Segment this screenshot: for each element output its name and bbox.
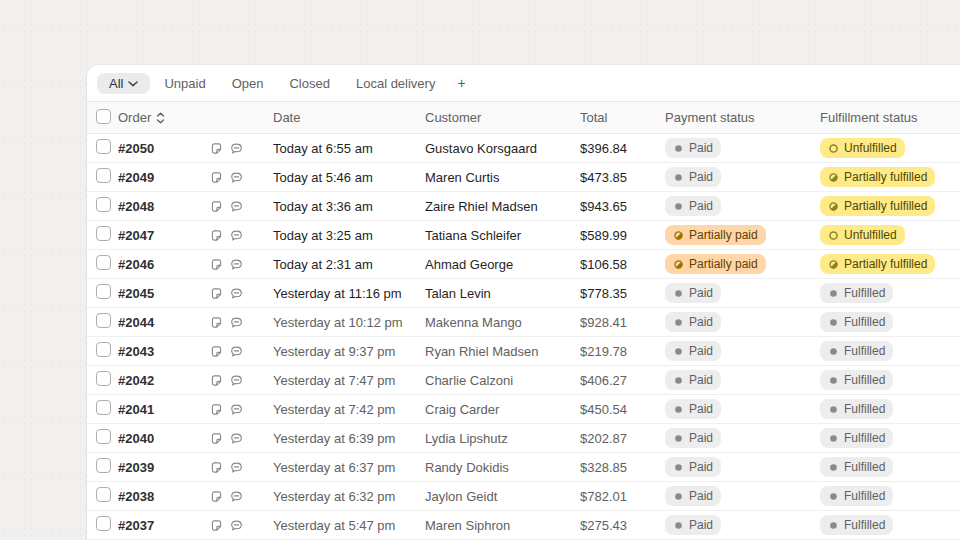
order-total: $396.84: [580, 141, 665, 156]
row-checkbox[interactable]: [96, 429, 111, 444]
tab-local-delivery[interactable]: Local delivery: [344, 73, 448, 94]
table-row[interactable]: #2047Today at 3:25 amTatiana Schleifer$5…: [87, 221, 960, 250]
orders-table-body: #2050Today at 6:55 amGustavo Korsgaard$3…: [87, 134, 960, 540]
order-date: Today at 5:46 am: [273, 170, 425, 185]
table-row[interactable]: #2050Today at 6:55 amGustavo Korsgaard$3…: [87, 134, 960, 163]
table-row[interactable]: #2048Today at 3:36 amZaire Rhiel Madsen$…: [87, 192, 960, 221]
payment-status-label: Partially paid: [689, 229, 758, 241]
order-total: $219.78: [580, 344, 665, 359]
comment-icon: [230, 171, 243, 184]
row-checkbox[interactable]: [96, 487, 111, 502]
table-row[interactable]: #2043Yesterday at 9:37 pmRyan Rhiel Mads…: [87, 337, 960, 366]
row-checkbox[interactable]: [96, 139, 111, 154]
status-filled-circle-icon: [673, 491, 684, 502]
order-total: $202.87: [580, 431, 665, 446]
fulfillment-status-badge: Fulfilled: [820, 283, 893, 303]
customer-name: Jaylon Geidt: [425, 489, 580, 504]
fulfillment-status-badge: Fulfilled: [820, 515, 893, 535]
customer-name: Ryan Rhiel Madsen: [425, 344, 580, 359]
comment-icon: [230, 403, 243, 416]
tab-open[interactable]: Open: [220, 73, 276, 94]
comment-icon: [230, 374, 243, 387]
row-checkbox[interactable]: [96, 255, 111, 270]
table-row[interactable]: #2039Yesterday at 6:37 pmRandy Dokidis$3…: [87, 453, 960, 482]
table-row[interactable]: #2049Today at 5:46 amMaren Curtis$473.85…: [87, 163, 960, 192]
fulfillment-status-label: Fulfilled: [844, 461, 885, 473]
row-checkbox[interactable]: [96, 400, 111, 415]
table-row[interactable]: #2037Yesterday at 5:47 pmMaren Siphron$2…: [87, 511, 960, 540]
order-number: #2049: [118, 170, 210, 185]
status-filled-circle-icon: [673, 172, 684, 183]
payment-status-label: Paid: [689, 490, 713, 502]
order-number: #2046: [118, 257, 210, 272]
table-row[interactable]: #2038Yesterday at 6:32 pmJaylon Geidt$78…: [87, 482, 960, 511]
payment-status-badge: Partially paid: [665, 225, 766, 245]
row-checkbox[interactable]: [96, 168, 111, 183]
note-icon: [210, 374, 223, 387]
payment-status-label: Paid: [689, 287, 713, 299]
table-row[interactable]: #2044Yesterday at 10:12 pmMakenna Mango$…: [87, 308, 960, 337]
payment-status-badge: Paid: [665, 457, 721, 477]
comment-icon: [230, 229, 243, 242]
comment-icon: [230, 490, 243, 503]
note-icon: [210, 519, 223, 532]
order-number: #2048: [118, 199, 210, 214]
order-number: #2039: [118, 460, 210, 475]
fulfillment-status-badge: Fulfilled: [820, 341, 893, 361]
fulfillment-status-badge: Unfulfilled: [820, 138, 905, 158]
payment-status-label: Paid: [689, 200, 713, 212]
order-date: Today at 2:31 am: [273, 257, 425, 272]
row-checkbox[interactable]: [96, 342, 111, 357]
tab-unpaid[interactable]: Unpaid: [152, 73, 217, 94]
status-filled-circle-icon: [673, 346, 684, 357]
comment-icon: [230, 461, 243, 474]
tab-closed[interactable]: Closed: [277, 73, 341, 94]
status-open-circle-icon: [828, 143, 839, 154]
order-number: #2041: [118, 402, 210, 417]
table-row[interactable]: #2042Yesterday at 7:47 pmCharlie Calzoni…: [87, 366, 960, 395]
payment-status-badge: Paid: [665, 515, 721, 535]
customer-name: Makenna Mango: [425, 315, 580, 330]
table-row[interactable]: #2041Yesterday at 7:42 pmCraig Carder$45…: [87, 395, 960, 424]
payment-status-badge: Paid: [665, 312, 721, 332]
fulfillment-status-label: Fulfilled: [844, 519, 885, 531]
row-checkbox[interactable]: [96, 226, 111, 241]
table-header: Order Date Customer Total Payment status…: [87, 102, 960, 134]
column-header-order[interactable]: Order: [118, 110, 151, 125]
table-row[interactable]: #2045Yesterday at 11:16 pmTalan Levin$77…: [87, 279, 960, 308]
row-checkbox[interactable]: [96, 197, 111, 212]
status-filled-circle-icon: [673, 433, 684, 444]
row-checkbox[interactable]: [96, 284, 111, 299]
order-date: Today at 6:55 am: [273, 141, 425, 156]
column-header-payment-status: Payment status: [665, 110, 820, 125]
status-filled-circle-icon: [673, 288, 684, 299]
status-partial-circle-icon: [828, 172, 839, 183]
row-checkbox[interactable]: [96, 371, 111, 386]
table-row[interactable]: #2040Yesterday at 6:39 pmLydia Lipshutz$…: [87, 424, 960, 453]
status-partial-circle-icon: [673, 230, 684, 241]
payment-status-badge: Paid: [665, 138, 721, 158]
order-date: Yesterday at 6:32 pm: [273, 489, 425, 504]
row-checkbox[interactable]: [96, 313, 111, 328]
fulfillment-status-badge: Fulfilled: [820, 486, 893, 506]
customer-name: Maren Siphron: [425, 518, 580, 533]
fulfillment-status-label: Fulfilled: [844, 374, 885, 386]
payment-status-label: Partially paid: [689, 258, 758, 270]
customer-name: Lydia Lipshutz: [425, 431, 580, 446]
status-filled-circle-icon: [673, 462, 684, 473]
status-filled-circle-icon: [673, 520, 684, 531]
add-view-button[interactable]: +: [449, 72, 473, 94]
fulfillment-status-label: Fulfilled: [844, 432, 885, 444]
customer-name: Tatiana Schleifer: [425, 228, 580, 243]
row-checkbox[interactable]: [96, 458, 111, 473]
order-number: #2047: [118, 228, 210, 243]
row-checkbox[interactable]: [96, 516, 111, 531]
sort-icon[interactable]: [156, 112, 165, 124]
table-row[interactable]: #2046Today at 2:31 amAhmad George$106.58…: [87, 250, 960, 279]
order-total: $778.35: [580, 286, 665, 301]
select-all-checkbox[interactable]: [96, 109, 111, 124]
comment-icon: [230, 316, 243, 329]
customer-name: Zaire Rhiel Madsen: [425, 199, 580, 214]
payment-status-label: Paid: [689, 316, 713, 328]
tab-all[interactable]: All: [97, 73, 150, 94]
